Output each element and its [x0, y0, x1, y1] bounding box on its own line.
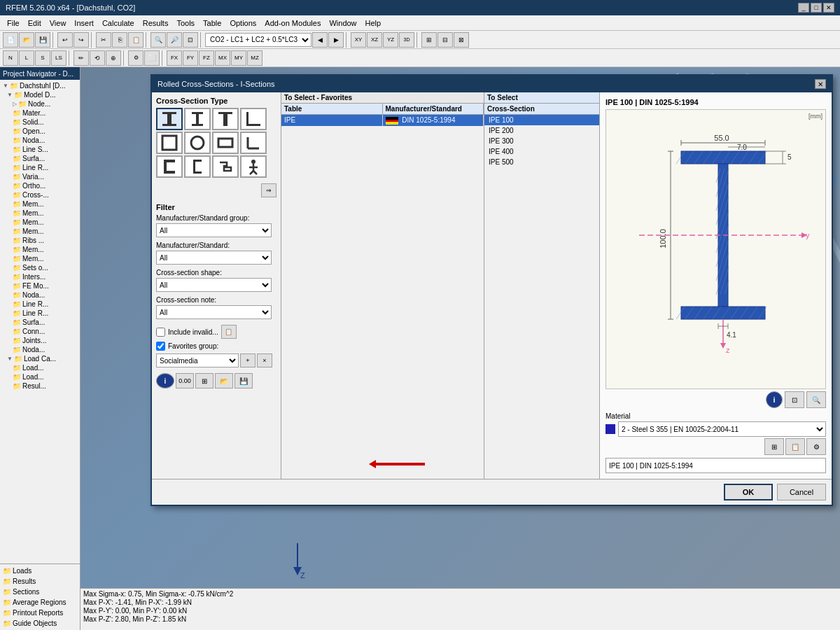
- tb-undo[interactable]: ↩: [57, 32, 73, 48]
- tb-copy[interactable]: ⎘: [112, 32, 127, 48]
- title-buttons[interactable]: _ □ ✕: [798, 3, 834, 13]
- nav-average-regions[interactable]: 📁Average Regions: [1, 597, 78, 608]
- btn-save-fav[interactable]: 💾: [234, 373, 253, 388]
- ok-button[interactable]: OK: [724, 484, 773, 500]
- tb-zoom-out[interactable]: 🔎: [167, 32, 182, 48]
- menu-table[interactable]: Table: [199, 18, 225, 29]
- nav-printout-reports[interactable]: 📁Printout Reports: [1, 608, 78, 618]
- tb2-1[interactable]: N: [3, 50, 18, 66]
- favorites-combo[interactable]: Socialmedia: [156, 354, 239, 368]
- menu-help[interactable]: Help: [361, 18, 386, 29]
- cs-type-channel-down[interactable]: [156, 155, 183, 178]
- menu-options[interactable]: Options: [225, 18, 260, 29]
- tb-zoom-fit[interactable]: ⊡: [183, 32, 198, 48]
- tb2-6[interactable]: ⟲: [90, 50, 105, 66]
- nav-item-joints[interactable]: 📁Joints...: [1, 336, 78, 345]
- nav-item-model[interactable]: ▼ 📁 Model D...: [1, 90, 78, 99]
- include-invalid-btn[interactable]: 📋: [221, 325, 237, 339]
- tb-m2[interactable]: ⊟: [438, 32, 453, 48]
- nav-item-openings[interactable]: 📁Open...: [1, 127, 78, 136]
- menu-window[interactable]: Window: [325, 18, 360, 29]
- nav-item-surfa2[interactable]: 📁Surfa...: [1, 318, 78, 327]
- nav-item-nodal2[interactable]: 📁Noda...: [1, 290, 78, 300]
- nav-item-nodes[interactable]: ▷ 📁 Node...: [1, 99, 78, 108]
- dialog-close-button[interactable]: ✕: [815, 79, 826, 89]
- btn-info[interactable]: i: [156, 373, 174, 388]
- cs-ipe100[interactable]: IPE 100: [484, 115, 599, 125]
- nav-item-surfaces[interactable]: 📁Surfa...: [1, 154, 78, 163]
- tb2-2[interactable]: L: [19, 50, 34, 66]
- nav-tree[interactable]: ▼ 📁 Dachstuhl [D... ▼ 📁 Model D... ▷ 📁 N…: [0, 80, 80, 564]
- minimize-button[interactable]: _: [798, 3, 809, 13]
- tb2-10[interactable]: FX: [167, 50, 182, 66]
- nav-item-dachstuhl[interactable]: ▼ 📁 Dachstuhl [D...: [1, 81, 78, 90]
- tb-zoom-in[interactable]: 🔍: [150, 32, 166, 48]
- tb-r2[interactable]: XZ: [367, 32, 382, 48]
- fav-add-btn[interactable]: +: [240, 354, 255, 368]
- ipe-row[interactable]: IPE DIN 1025-5:1994: [281, 115, 484, 126]
- mat-btn-3[interactable]: ⚙: [806, 438, 826, 455]
- tb-m3[interactable]: ⊠: [454, 32, 469, 48]
- tb2-4[interactable]: LS: [51, 50, 66, 66]
- menu-view[interactable]: View: [46, 18, 71, 29]
- tb2-15[interactable]: MZ: [247, 50, 262, 66]
- menu-tools[interactable]: Tools: [172, 18, 199, 29]
- tb-redo[interactable]: ↪: [74, 32, 89, 48]
- cs-type-t-wide[interactable]: [212, 108, 239, 130]
- filter-mfr-select[interactable]: All: [156, 251, 272, 265]
- nav-item-load1[interactable]: 📁Load...: [1, 363, 78, 372]
- menu-results[interactable]: Results: [139, 18, 173, 29]
- nav-item-materials[interactable]: 📁Mater...: [1, 108, 78, 118]
- preview-search-btn[interactable]: 🔍: [806, 391, 826, 408]
- cs-type-l-section[interactable]: [240, 108, 267, 130]
- menu-file[interactable]: File: [3, 18, 24, 29]
- cs-type-rectangle[interactable]: [212, 132, 239, 154]
- nav-item-mem4[interactable]: 📁Mem...: [1, 227, 78, 236]
- tb2-5[interactable]: ✏: [74, 50, 89, 66]
- filter-cs-note-select[interactable]: All: [156, 305, 272, 319]
- tb2-12[interactable]: FZ: [199, 50, 214, 66]
- tb2-11[interactable]: FY: [183, 50, 198, 66]
- nav-item-feme[interactable]: 📁FE Mo...: [1, 281, 78, 290]
- fav-remove-btn[interactable]: ×: [257, 354, 272, 368]
- cs-type-circle[interactable]: [184, 132, 211, 154]
- include-invalid-checkbox[interactable]: [156, 328, 165, 337]
- cs-ipe200[interactable]: IPE 200: [484, 125, 599, 136]
- nav-item-nodal[interactable]: 📁Noda...: [1, 136, 78, 145]
- nav-item-mem3[interactable]: 📁Mem...: [1, 218, 78, 227]
- nav-item-sets[interactable]: 📁Sets o...: [1, 263, 78, 272]
- cs-type-i-wide[interactable]: [156, 108, 183, 130]
- tb-r4[interactable]: 3D: [399, 32, 414, 48]
- nav-item-liner2[interactable]: 📁Line R...: [1, 300, 78, 309]
- nav-item-loadcases[interactable]: ▼ 📁 Load Ca...: [1, 354, 78, 363]
- material-select[interactable]: 2 - Steel S 355 | EN 10025-2:2004-11: [618, 421, 826, 437]
- tb-open[interactable]: 📂: [19, 32, 34, 48]
- nav-item-ortho[interactable]: 📁Ortho...: [1, 181, 78, 190]
- filter-cs-shape-select[interactable]: All: [156, 278, 272, 292]
- nav-item-linesup[interactable]: 📁Line S...: [1, 145, 78, 154]
- preview-zoom-btn[interactable]: ⊡: [785, 391, 804, 408]
- btn-value[interactable]: 0.00: [176, 373, 194, 388]
- cs-ipe300[interactable]: IPE 300: [484, 136, 599, 146]
- nav-item-result[interactable]: 📁Resul...: [1, 382, 78, 391]
- tb2-8[interactable]: ⚙: [128, 50, 144, 66]
- nav-guide-objects[interactable]: 📁Guide Objects: [1, 618, 78, 629]
- cs-ipe400[interactable]: IPE 400: [484, 146, 599, 157]
- menu-insert[interactable]: Insert: [70, 18, 98, 29]
- close-button[interactable]: ✕: [823, 3, 834, 13]
- mat-btn-2[interactable]: 📋: [785, 438, 805, 455]
- tb-m1[interactable]: ⊞: [421, 32, 437, 48]
- cancel-button[interactable]: Cancel: [777, 484, 826, 500]
- cs-type-angle[interactable]: [240, 132, 267, 154]
- tb-next[interactable]: ▶: [328, 32, 344, 48]
- menu-edit[interactable]: Edit: [24, 18, 46, 29]
- nav-item-cross[interactable]: 📁Cross-...: [1, 190, 78, 200]
- export-button[interactable]: ⇒: [261, 183, 276, 197]
- nav-item-solids[interactable]: 📁Solid...: [1, 118, 78, 127]
- cs-type-wave[interactable]: [212, 155, 239, 178]
- menu-addon[interactable]: Add-on Modules: [260, 18, 325, 29]
- menu-calculate[interactable]: Calculate: [98, 18, 139, 29]
- favorites-checkbox[interactable]: [156, 342, 165, 351]
- tb-cut[interactable]: ✂: [96, 32, 111, 48]
- cs-type-channel-mid[interactable]: [184, 155, 211, 178]
